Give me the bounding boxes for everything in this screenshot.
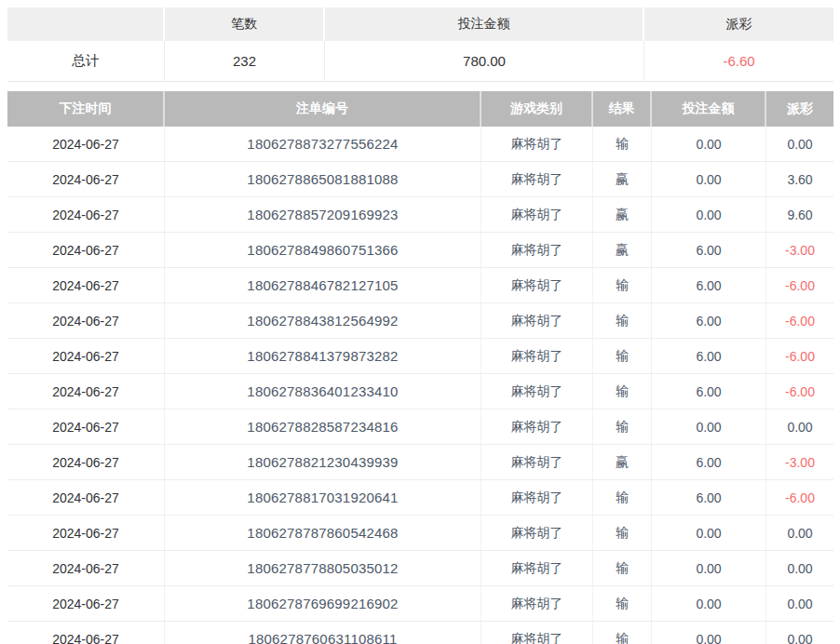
cell-bet-amount: 0.00	[652, 127, 766, 161]
cell-order-id: 1806278841379873282	[165, 339, 481, 373]
cell-bet-time: 2024-06-27	[7, 586, 165, 621]
cell-bet-amount: 0.00	[652, 516, 766, 550]
cell-game-type: 麻将胡了	[481, 197, 593, 232]
cell-order-id: 1806278849860751366	[165, 233, 481, 267]
cell-payout: 0.00	[766, 622, 833, 644]
cell-order-id: 1806278787860542468	[165, 516, 481, 550]
cell-bet-amount: 6.00	[652, 233, 766, 267]
table-row: 2024-06-27 1806278865081881088 麻将胡了 赢 0.…	[7, 162, 833, 197]
table-row: 2024-06-27 1806278769699216902 麻将胡了 输 0.…	[7, 586, 833, 622]
cell-order-id: 1806278760631108611	[165, 622, 481, 644]
cell-result: 输	[593, 409, 652, 444]
table-row: 2024-06-27 1806278821230439939 麻将胡了 赢 6.…	[7, 445, 833, 480]
cell-bet-amount: 0.00	[652, 197, 766, 232]
cell-order-id: 1806278846782127105	[165, 268, 481, 302]
cell-result: 输	[593, 516, 652, 550]
cell-result: 赢	[593, 233, 652, 267]
cell-bet-time: 2024-06-27	[7, 127, 165, 161]
col-header-bet-time: 下注时间	[7, 91, 165, 127]
cell-bet-time: 2024-06-27	[7, 197, 165, 232]
cell-result: 赢	[593, 162, 652, 196]
cell-bet-amount: 0.00	[652, 162, 766, 196]
cell-result: 输	[593, 480, 652, 515]
summary-payout-value: -6.60	[644, 41, 833, 82]
cell-order-id: 1806278778805035012	[165, 551, 481, 585]
cell-game-type: 麻将胡了	[481, 162, 593, 196]
summary-header-bet-amount: 投注金额	[325, 7, 644, 41]
cell-bet-amount: 6.00	[652, 374, 766, 409]
cell-payout: 9.60	[766, 197, 833, 232]
cell-bet-time: 2024-06-27	[7, 480, 165, 515]
col-header-bet-amount: 投注金额	[652, 91, 766, 127]
cell-payout: -6.00	[766, 268, 833, 302]
cell-bet-time: 2024-06-27	[7, 622, 165, 644]
cell-bet-amount: 6.00	[652, 339, 766, 373]
table-row: 2024-06-27 1806278873277556224 麻将胡了 输 0.…	[7, 127, 833, 162]
cell-bet-time: 2024-06-27	[7, 551, 165, 585]
cell-payout: 3.60	[766, 162, 833, 196]
cell-result: 输	[593, 127, 652, 161]
cell-game-type: 麻将胡了	[481, 409, 593, 444]
cell-order-id: 1806278843812564992	[165, 303, 481, 338]
table-row: 2024-06-27 1806278760631108611 麻将胡了 输 0.…	[7, 622, 833, 644]
cell-game-type: 麻将胡了	[481, 516, 593, 550]
table-row: 2024-06-27 1806278828587234816 麻将胡了 输 0.…	[7, 409, 833, 445]
cell-game-type: 麻将胡了	[481, 233, 593, 267]
cell-bet-time: 2024-06-27	[7, 374, 165, 409]
cell-game-type: 麻将胡了	[481, 374, 593, 409]
cell-order-id: 1806278828587234816	[165, 409, 481, 444]
cell-payout: -6.00	[766, 374, 833, 409]
table-row: 2024-06-27 1806278843812564992 麻将胡了 输 6.…	[7, 303, 833, 339]
summary-count-value: 232	[165, 41, 325, 82]
col-header-payout: 派彩	[766, 91, 833, 127]
cell-result: 输	[593, 622, 652, 644]
cell-game-type: 麻将胡了	[481, 622, 593, 644]
cell-result: 赢	[593, 445, 652, 479]
cell-result: 输	[593, 339, 652, 373]
cell-game-type: 麻将胡了	[481, 551, 593, 585]
summary-bet-amount-value: 780.00	[325, 41, 644, 82]
cell-order-id: 1806278821230439939	[165, 445, 481, 479]
cell-bet-time: 2024-06-27	[7, 162, 165, 196]
table-row: 2024-06-27 1806278841379873282 麻将胡了 输 6.…	[7, 339, 833, 374]
summary-total-row: 总计 232 780.00 -6.60	[7, 41, 833, 82]
cell-bet-amount: 6.00	[652, 303, 766, 338]
cell-order-id: 1806278769699216902	[165, 586, 481, 621]
cell-order-id: 1806278865081881088	[165, 162, 481, 196]
cell-result: 输	[593, 374, 652, 409]
cell-bet-time: 2024-06-27	[7, 445, 165, 479]
cell-game-type: 麻将胡了	[481, 303, 593, 338]
table-row: 2024-06-27 1806278836401233410 麻将胡了 输 6.…	[7, 374, 833, 409]
cell-order-id: 1806278873277556224	[165, 127, 481, 161]
cell-bet-amount: 0.00	[652, 586, 766, 621]
cell-game-type: 麻将胡了	[481, 127, 593, 161]
cell-bet-time: 2024-06-27	[7, 303, 165, 338]
cell-game-type: 麻将胡了	[481, 339, 593, 373]
table-row: 2024-06-27 1806278778805035012 麻将胡了 输 0.…	[7, 551, 833, 586]
col-header-game-type: 游戏类别	[481, 91, 593, 127]
cell-game-type: 麻将胡了	[481, 480, 593, 515]
cell-game-type: 麻将胡了	[481, 445, 593, 479]
cell-payout: -3.00	[766, 233, 833, 267]
cell-bet-time: 2024-06-27	[7, 268, 165, 302]
cell-game-type: 麻将胡了	[481, 586, 593, 621]
cell-payout: -3.00	[766, 445, 833, 479]
cell-bet-time: 2024-06-27	[7, 409, 165, 444]
summary-total-label: 总计	[7, 41, 165, 82]
cell-payout: 0.00	[766, 127, 833, 161]
cell-result: 赢	[593, 197, 652, 232]
cell-bet-amount: 6.00	[652, 480, 766, 515]
cell-payout: 0.00	[766, 516, 833, 550]
summary-header-payout: 派彩	[644, 7, 833, 41]
cell-result: 输	[593, 268, 652, 302]
table-row: 2024-06-27 1806278846782127105 麻将胡了 输 6.…	[7, 268, 833, 303]
bet-table-body: 2024-06-27 1806278873277556224 麻将胡了 输 0.…	[7, 127, 833, 644]
bet-records-table: 下注时间 注单编号 游戏类别 结果 投注金额 派彩 2024-06-27 180…	[7, 91, 833, 644]
cell-order-id: 1806278836401233410	[165, 374, 481, 409]
cell-payout: -6.00	[766, 303, 833, 338]
cell-bet-amount: 6.00	[652, 268, 766, 302]
cell-result: 输	[593, 551, 652, 585]
cell-payout: -6.00	[766, 339, 833, 373]
cell-bet-time: 2024-06-27	[7, 339, 165, 373]
cell-bet-amount: 0.00	[652, 409, 766, 444]
